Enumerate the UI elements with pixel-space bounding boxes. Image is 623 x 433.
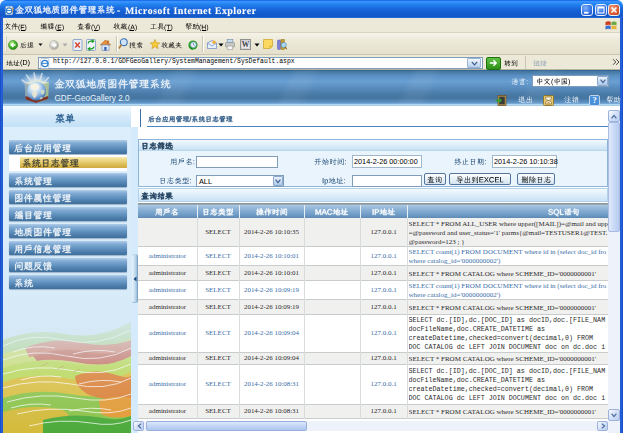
svg-text:?: ? [592, 95, 596, 105]
svg-text:W: W [242, 40, 250, 49]
